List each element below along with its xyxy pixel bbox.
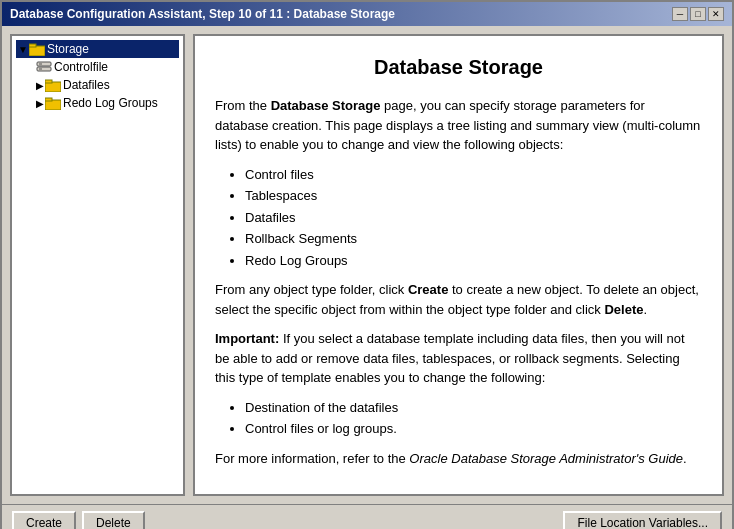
bold-delete: Delete <box>604 302 643 317</box>
tree-label-controlfile: Controlfile <box>54 60 108 74</box>
folder-icon-redo <box>45 95 61 111</box>
delete-button[interactable]: Delete <box>82 511 145 529</box>
expand-icon-redo[interactable]: ▶ <box>36 98 44 109</box>
tree-panel: ▼ Storage <box>10 34 185 496</box>
tree-item-storage[interactable]: ▼ Storage <box>16 40 179 58</box>
svg-rect-1 <box>29 44 36 47</box>
title-bar-controls: ─ □ ✕ <box>672 7 724 21</box>
svg-rect-7 <box>45 80 52 83</box>
main-window: Database Configuration Assistant, Step 1… <box>0 0 734 529</box>
file-location-button[interactable]: File Location Variables... <box>563 511 722 529</box>
content-area: ▼ Storage <box>2 26 732 504</box>
title-bar: Database Configuration Assistant, Step 1… <box>2 2 732 26</box>
description-area: From the Database Storage page, you can … <box>215 96 702 468</box>
list1: Control files Tablespaces Datafiles Roll… <box>245 165 702 271</box>
bold-important: Important: <box>215 331 279 346</box>
tree-item-datafiles[interactable]: ▶ Datafiles <box>34 76 179 94</box>
list2-item1: Destination of the datafiles <box>245 398 702 418</box>
para1: From the Database Storage page, you can … <box>215 96 702 155</box>
db-icon-controlfile <box>36 59 52 75</box>
create-button[interactable]: Create <box>12 511 76 529</box>
tree-label-datafiles: Datafiles <box>63 78 110 92</box>
folder-icon-storage <box>29 41 45 57</box>
minimize-button[interactable]: ─ <box>672 7 688 21</box>
list1-item3: Datafiles <box>245 208 702 228</box>
bold-db-storage: Database Storage <box>271 98 381 113</box>
expand-icon-storage[interactable]: ▼ <box>18 44 28 55</box>
para2: From any object type folder, click Creat… <box>215 280 702 319</box>
list1-item4: Rollback Segments <box>245 229 702 249</box>
list2-item2: Control files or log groups. <box>245 419 702 439</box>
svg-rect-9 <box>45 98 52 101</box>
tree-child-group: Controlfile ▶ Datafiles ▶ <box>16 58 179 112</box>
page-title: Database Storage <box>215 52 702 82</box>
tree-item-redo-log-groups[interactable]: ▶ Redo Log Groups <box>34 94 179 112</box>
list1-item5: Redo Log Groups <box>245 251 702 271</box>
list2: Destination of the datafiles Control fil… <box>245 398 702 439</box>
list1-item1: Control files <box>245 165 702 185</box>
toolbar-left: Create Delete <box>12 511 145 529</box>
expand-icon-datafiles[interactable]: ▶ <box>36 80 44 91</box>
guide-link: Oracle Database Storage Administrator's … <box>409 451 683 466</box>
tree-label-storage: Storage <box>47 42 89 56</box>
para4: For more information, refer to the Oracl… <box>215 449 702 469</box>
window-title: Database Configuration Assistant, Step 1… <box>10 7 395 21</box>
tree-item-controlfile[interactable]: Controlfile <box>34 58 179 76</box>
toolbar-bar: Create Delete File Location Variables... <box>2 504 732 529</box>
folder-icon-datafiles <box>45 77 61 93</box>
toolbar-right: File Location Variables... <box>563 511 722 529</box>
para3: Important: If you select a database temp… <box>215 329 702 388</box>
maximize-button[interactable]: □ <box>690 7 706 21</box>
list1-item2: Tablespaces <box>245 186 702 206</box>
svg-rect-5 <box>39 69 42 70</box>
svg-rect-4 <box>39 64 42 65</box>
content-panel: Database Storage From the Database Stora… <box>193 34 724 496</box>
tree-label-redo: Redo Log Groups <box>63 96 158 110</box>
bold-create: Create <box>408 282 448 297</box>
close-button[interactable]: ✕ <box>708 7 724 21</box>
